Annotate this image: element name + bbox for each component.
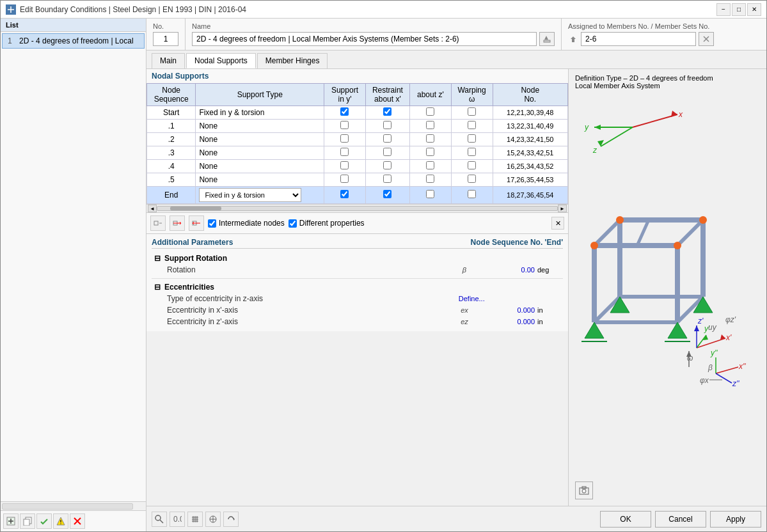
ok-button[interactable]: OK: [600, 511, 651, 528]
table-row[interactable]: .5None17,26,35,44,53: [147, 173, 568, 187]
cell-rest_z[interactable]: [410, 133, 452, 146]
cell-rest_x[interactable]: [365, 146, 409, 160]
toolbar-btn-3[interactable]: [189, 215, 204, 231]
intermediate-nodes-checkbox[interactable]: [208, 219, 216, 228]
delete-assigned-button[interactable]: [699, 32, 714, 46]
cell-type[interactable]: None: [196, 173, 324, 187]
bottom-btn-pos[interactable]: 0.00: [170, 512, 185, 527]
left-panel-scrollbar[interactable]: [1, 501, 146, 510]
sup_y-checkbox[interactable]: [340, 148, 349, 156]
cell-sup_y[interactable]: [324, 106, 366, 120]
table-row[interactable]: .2None14,23,32,41,50: [147, 133, 568, 146]
eccentricity-type-value[interactable]: Define...: [383, 295, 561, 302]
cell-sup_y[interactable]: [324, 120, 366, 133]
rest_z-checkbox[interactable]: [426, 107, 434, 116]
list-item[interactable]: 1 2D - 4 degrees of freedom | Local: [2, 33, 145, 49]
edit-name-button[interactable]: [539, 32, 555, 46]
table-row[interactable]: .1None13,22,31,40,49: [147, 120, 568, 133]
table-row[interactable]: StartFixed in y & torsion12,21,30,39,48: [147, 106, 568, 120]
cell-type[interactable]: Fixed in y & torsionNoneCustom: [196, 187, 324, 204]
check-button[interactable]: [36, 513, 52, 529]
table-row[interactable]: .4None16,25,34,43,52: [147, 160, 568, 173]
warp-checkbox[interactable]: [468, 161, 476, 169]
warp-checkbox[interactable]: [468, 190, 476, 198]
cell-type[interactable]: None: [196, 133, 324, 146]
cell-warp[interactable]: [451, 187, 493, 204]
support-rotation-toggle[interactable]: ⊟: [154, 254, 162, 263]
warning-button[interactable]: [53, 513, 68, 529]
rest_x-checkbox[interactable]: [383, 148, 391, 156]
cell-rest_x[interactable]: [365, 160, 409, 173]
support-type-dropdown[interactable]: Fixed in y & torsionNoneCustom: [199, 188, 301, 202]
cell-warp[interactable]: [451, 160, 493, 173]
different-properties-checkbox[interactable]: [289, 219, 297, 228]
sup_y-checkbox[interactable]: [340, 107, 349, 116]
cancel-button[interactable]: Cancel: [655, 511, 706, 528]
tab-nodal-supports[interactable]: Nodal Supports: [186, 53, 256, 68]
bottom-btn-snap[interactable]: [205, 512, 221, 527]
sup_y-checkbox[interactable]: [340, 175, 349, 183]
cell-warp[interactable]: [451, 173, 493, 187]
apply-button[interactable]: Apply: [710, 511, 761, 528]
warp-checkbox[interactable]: [468, 175, 476, 183]
eccentricity-z-value[interactable]: 0.000: [484, 318, 535, 325]
cell-warp[interactable]: [451, 106, 493, 120]
cell-rest_z[interactable]: [410, 187, 452, 204]
cell-sup_y[interactable]: [324, 160, 366, 173]
cell-sup_y[interactable]: [324, 133, 366, 146]
rotation-value[interactable]: 0.00: [484, 266, 535, 274]
assigned-input[interactable]: [581, 32, 696, 46]
rest_x-checkbox[interactable]: [383, 190, 391, 198]
warp-checkbox[interactable]: [468, 107, 476, 116]
sup_y-checkbox[interactable]: [340, 161, 349, 169]
warp-checkbox[interactable]: [468, 134, 476, 143]
no-input[interactable]: [153, 32, 178, 46]
rest_z-checkbox[interactable]: [426, 134, 434, 143]
table-row[interactable]: .3None15,24,33,42,51: [147, 146, 568, 160]
table-row[interactable]: EndFixed in y & torsionNoneCustom18,27,3…: [147, 187, 568, 204]
tab-main[interactable]: Main: [152, 53, 185, 68]
delete-button[interactable]: [70, 513, 85, 529]
close-button[interactable]: ✕: [747, 3, 761, 16]
cell-rest_z[interactable]: [410, 160, 452, 173]
rest_x-checkbox[interactable]: [383, 107, 391, 116]
cell-warp[interactable]: [451, 133, 493, 146]
rest_z-checkbox[interactable]: [426, 148, 434, 156]
toolbar-btn-2[interactable]: [170, 215, 185, 231]
cell-rest_x[interactable]: [365, 187, 409, 204]
sup_y-checkbox[interactable]: [340, 121, 349, 129]
cell-rest_z[interactable]: [410, 146, 452, 160]
maximize-button[interactable]: □: [732, 3, 746, 16]
cell-rest_z[interactable]: [410, 106, 452, 120]
rest_z-checkbox[interactable]: [426, 190, 434, 198]
cell-sup_y[interactable]: [324, 146, 366, 160]
toolbar-btn-1[interactable]: [150, 215, 166, 231]
warp-checkbox[interactable]: [468, 148, 476, 156]
screenshot-button[interactable]: [575, 481, 593, 499]
cell-warp[interactable]: [451, 120, 493, 133]
cell-type[interactable]: Fixed in y & torsion: [196, 106, 324, 120]
scroll-right-button[interactable]: ►: [558, 205, 567, 212]
rest_z-checkbox[interactable]: [426, 175, 434, 183]
cell-sup_y[interactable]: [324, 173, 366, 187]
cell-type[interactable]: None: [196, 120, 324, 133]
cell-sup_y[interactable]: [324, 187, 366, 204]
minimize-button[interactable]: −: [716, 3, 731, 16]
warp-checkbox[interactable]: [468, 121, 476, 129]
scroll-left-button[interactable]: ◄: [148, 205, 157, 212]
bottom-btn-grid[interactable]: [187, 512, 203, 527]
eccentricities-toggle[interactable]: ⊟: [154, 283, 162, 292]
cell-rest_x[interactable]: [365, 106, 409, 120]
toolbar-close-button[interactable]: ✕: [551, 217, 564, 230]
cell-rest_z[interactable]: [410, 120, 452, 133]
rest_x-checkbox[interactable]: [383, 161, 391, 169]
rest_x-checkbox[interactable]: [383, 121, 391, 129]
add-item-button[interactable]: [3, 513, 19, 529]
cell-rest_z[interactable]: [410, 173, 452, 187]
rest_x-checkbox[interactable]: [383, 134, 391, 143]
cell-rest_x[interactable]: [365, 133, 409, 146]
rest_z-checkbox[interactable]: [426, 161, 434, 169]
cell-type[interactable]: None: [196, 146, 324, 160]
cell-rest_x[interactable]: [365, 173, 409, 187]
cell-rest_x[interactable]: [365, 120, 409, 133]
